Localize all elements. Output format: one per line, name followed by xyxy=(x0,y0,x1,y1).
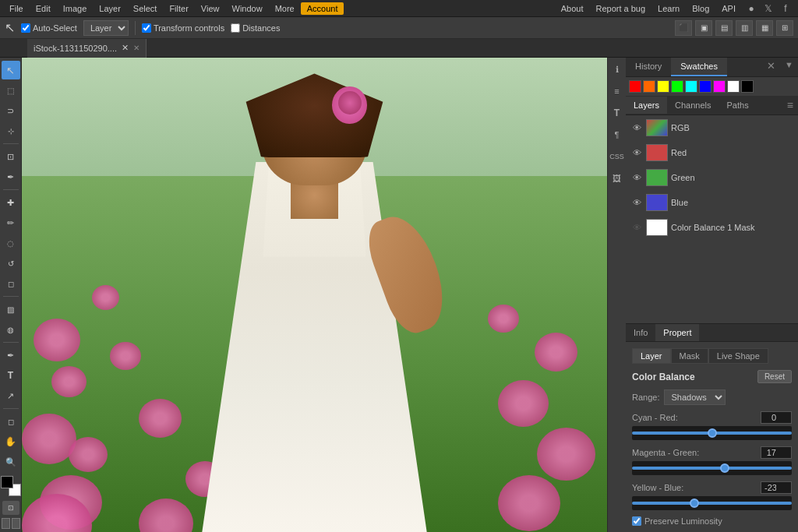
layer-row-colorbalance[interactable]: 👁 Color Balance 1 Mask xyxy=(626,215,798,240)
zoom-tool[interactable]: 🔍 xyxy=(2,453,20,471)
subtab-liveshape[interactable]: Live Shape xyxy=(708,348,768,364)
subtab-mask[interactable]: Mask xyxy=(671,348,708,364)
menu-view[interactable]: View xyxy=(195,2,226,15)
strip-para-btn[interactable]: ¶ xyxy=(609,126,626,143)
twitter-icon[interactable]: 𝕏 xyxy=(762,2,775,15)
preserve-luminosity-checkbox[interactable] xyxy=(632,516,641,526)
auto-select-checkbox-label[interactable]: Auto-Select xyxy=(21,23,77,33)
distances-checkbox[interactable] xyxy=(231,23,240,33)
shape-tool[interactable]: ◻ xyxy=(2,412,20,431)
menu-api[interactable]: API xyxy=(715,2,742,15)
range-select[interactable]: Shadows Midtones Highlights xyxy=(664,389,726,405)
swatch-red[interactable] xyxy=(629,80,641,93)
menu-learn[interactable]: Learn xyxy=(651,2,686,15)
menu-blog[interactable]: Blog xyxy=(686,2,715,15)
tab-close-button[interactable]: ✕ xyxy=(133,44,139,52)
tab-channels[interactable]: Channels xyxy=(667,97,719,114)
doc-tab[interactable]: iStock-1131150290.... ✕ ✕ xyxy=(27,39,147,58)
layer-eye-green[interactable]: 👁 xyxy=(630,171,643,184)
layer-row-green[interactable]: 👁 Green xyxy=(626,165,798,190)
facebook-icon[interactable]: f xyxy=(779,2,792,15)
magenta-green-value[interactable] xyxy=(761,446,792,459)
erase-tool[interactable]: ◻ xyxy=(2,274,20,293)
swatch-blue[interactable] xyxy=(699,80,711,93)
fullscreen-mode-btn[interactable] xyxy=(12,518,20,529)
menu-report-bug[interactable]: Report a bug xyxy=(589,2,651,15)
blur-tool[interactable]: ◍ xyxy=(2,320,20,339)
cyan-red-value[interactable] xyxy=(761,411,792,424)
strip-menu-btn[interactable]: ≡ xyxy=(609,83,626,100)
transform-controls-checkbox[interactable] xyxy=(142,23,151,33)
swatch-green[interactable] xyxy=(671,80,683,93)
strip-image-btn[interactable]: 🖼 xyxy=(609,170,626,187)
magenta-green-slider[interactable] xyxy=(632,463,792,474)
menu-filter[interactable]: Filter xyxy=(163,2,194,15)
path-select[interactable]: ↗ xyxy=(2,386,20,405)
menu-layer[interactable]: Layer xyxy=(93,2,127,15)
layer-eye-red[interactable]: 👁 xyxy=(630,146,643,159)
pen-tool[interactable]: ✒ xyxy=(2,346,20,365)
swatch-white[interactable] xyxy=(727,80,740,93)
crop-tool[interactable]: ⊡ xyxy=(2,147,20,166)
align-top-icon[interactable]: ▥ xyxy=(736,20,753,36)
selection-tool[interactable]: ⬚ xyxy=(2,81,20,100)
swatch-yellow[interactable] xyxy=(657,80,669,93)
auto-select-checkbox[interactable] xyxy=(21,23,30,33)
menu-account[interactable]: Account xyxy=(301,2,344,15)
text-tool[interactable]: T xyxy=(2,366,20,385)
align-center-icon[interactable]: ▣ xyxy=(695,20,712,36)
foreground-color-swatch[interactable] xyxy=(1,476,13,488)
menu-edit[interactable]: Edit xyxy=(30,2,57,15)
move-tool[interactable]: ↖ xyxy=(2,61,20,79)
yellow-blue-value[interactable] xyxy=(761,481,792,494)
swatch-magenta[interactable] xyxy=(713,80,726,93)
strip-info-btn[interactable]: ℹ xyxy=(609,61,626,78)
distribute-icon[interactable]: ▦ xyxy=(756,20,773,36)
tab-layers[interactable]: Layers xyxy=(626,97,667,114)
color-swatches[interactable] xyxy=(1,476,21,496)
panel-close-btn[interactable]: ✕ xyxy=(762,58,780,76)
menu-about[interactable]: About xyxy=(555,2,590,15)
menu-file[interactable]: File xyxy=(3,2,30,15)
strip-css-btn[interactable]: CSS xyxy=(609,148,626,165)
layer-eye-blue[interactable]: 👁 xyxy=(630,196,643,209)
gradient-tool[interactable]: ▨ xyxy=(2,300,20,319)
heal-tool[interactable]: ✚ xyxy=(2,193,20,212)
tab-properties[interactable]: Propert xyxy=(655,324,699,341)
align-left-icon[interactable]: ⬛ xyxy=(675,20,692,36)
hand-tool[interactable]: ✋ xyxy=(2,432,20,451)
cyan-red-slider[interactable] xyxy=(632,428,792,439)
swatch-black[interactable] xyxy=(741,80,754,93)
tab-paths[interactable]: Paths xyxy=(719,97,757,114)
layer-row-blue[interactable]: 👁 Blue xyxy=(626,190,798,215)
canvas-area[interactable] xyxy=(22,58,607,532)
reddit-icon[interactable]: ● xyxy=(745,2,757,15)
tab-swatches[interactable]: Swatches xyxy=(671,58,727,76)
layer-eye-rgb[interactable]: 👁 xyxy=(630,122,643,134)
layers-menu-btn[interactable]: ≡ xyxy=(782,96,798,115)
swatch-cyan[interactable] xyxy=(685,80,697,93)
swatch-orange[interactable] xyxy=(643,80,655,93)
quick-select-tool[interactable]: ⊹ xyxy=(2,122,20,140)
menu-select[interactable]: Select xyxy=(127,2,164,15)
standard-mode-btn[interactable] xyxy=(2,518,10,529)
distances-label[interactable]: Distances xyxy=(231,23,280,33)
panel-menu-btn[interactable]: ▼ xyxy=(780,58,798,76)
menu-window[interactable]: Window xyxy=(226,2,269,15)
eyedropper-tool[interactable]: ✒ xyxy=(2,167,20,186)
yellow-blue-slider[interactable] xyxy=(632,498,792,509)
reset-button[interactable]: Reset xyxy=(757,370,792,383)
quick-mask-btn[interactable]: ⊡ xyxy=(2,501,19,515)
transform-controls-label[interactable]: Transform controls xyxy=(142,23,224,33)
brush-tool[interactable]: ✏ xyxy=(2,213,20,232)
layer-row-rgb[interactable]: 👁 RGB xyxy=(626,115,798,140)
layer-select[interactable]: Layer xyxy=(83,20,129,36)
menu-image[interactable]: Image xyxy=(57,2,94,15)
clone-tool[interactable]: ◌ xyxy=(2,234,20,252)
menu-more[interactable]: More xyxy=(269,2,301,15)
layer-row-red[interactable]: 👁 Red xyxy=(626,140,798,165)
tab-info[interactable]: Info xyxy=(626,324,655,341)
align-right-icon[interactable]: ▤ xyxy=(715,20,733,36)
lasso-tool[interactable]: ⊃ xyxy=(2,101,20,120)
tab-history[interactable]: History xyxy=(626,58,671,76)
